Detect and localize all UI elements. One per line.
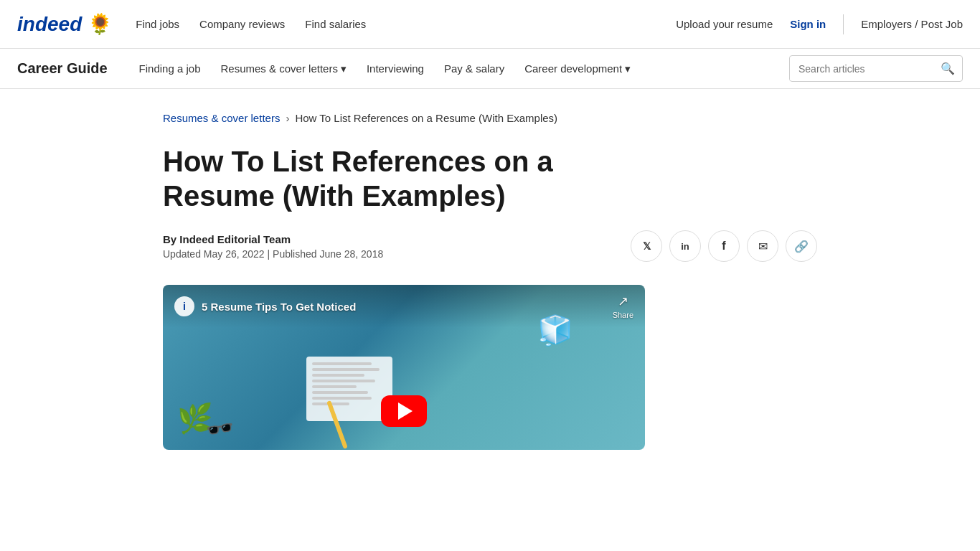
employers-link[interactable]: Employers / Post Job	[861, 18, 963, 30]
date-separator: |	[268, 248, 273, 260]
logo-text: indeed	[17, 13, 82, 36]
video-overlay	[163, 285, 645, 450]
share-facebook-button[interactable]: f	[708, 230, 740, 262]
breadcrumb: Resumes & cover letters › How To List Re…	[163, 112, 817, 124]
article-meta: By Indeed Editorial Team Updated May 26,…	[163, 230, 817, 262]
play-triangle-icon	[398, 402, 413, 420]
top-nav-links: Find jobs Company reviews Find salaries	[136, 18, 676, 30]
nav-pay-salary[interactable]: Pay & salary	[435, 49, 513, 89]
top-navigation: indeed 🌻 Find jobs Company reviews Find …	[0, 0, 980, 49]
article-author: By Indeed Editorial Team	[163, 233, 631, 245]
breadcrumb-current: How To List References on a Resume (With…	[295, 112, 557, 124]
breadcrumb-parent-link[interactable]: Resumes & cover letters	[163, 112, 280, 124]
nav-resumes-cover-letters[interactable]: Resumes & cover letters ▾	[212, 49, 355, 89]
share-buttons: 𝕏 in f ✉ 🔗	[631, 230, 817, 262]
article-title: How To List References on a Resume (With…	[163, 144, 665, 213]
article-updated: Updated May 26, 2022	[163, 248, 265, 260]
nav-company-reviews[interactable]: Company reviews	[199, 18, 285, 30]
dropdown-arrow-icon-2: ▾	[625, 62, 631, 75]
linkedin-icon: in	[681, 241, 689, 252]
copy-link-button[interactable]: 🔗	[786, 230, 817, 262]
link-icon: 🔗	[794, 240, 809, 253]
secondary-nav-links: Finding a job Resumes & cover letters ▾ …	[131, 49, 789, 89]
sign-in-button[interactable]: Sign in	[790, 18, 826, 30]
nav-finding-job[interactable]: Finding a job	[131, 49, 209, 89]
nav-find-salaries[interactable]: Find salaries	[305, 18, 366, 30]
search-input[interactable]	[790, 57, 933, 80]
article-published: Published June 28, 2018	[273, 248, 383, 260]
search-icon: 🔍	[941, 62, 955, 75]
search-area: 🔍	[789, 55, 963, 82]
indeed-logo[interactable]: indeed 🌻	[17, 12, 113, 36]
logo-flower: 🌻	[88, 12, 113, 36]
dropdown-arrow-icon: ▾	[341, 62, 347, 75]
share-email-button[interactable]: ✉	[747, 230, 778, 262]
nav-divider	[843, 14, 844, 34]
share-linkedin-button[interactable]: in	[669, 230, 701, 262]
nav-find-jobs[interactable]: Find jobs	[136, 18, 179, 30]
main-content: Resumes & cover letters › How To List Re…	[146, 89, 834, 450]
search-button[interactable]: 🔍	[933, 56, 962, 81]
video-play-button[interactable]	[381, 395, 427, 427]
breadcrumb-separator: ›	[286, 112, 289, 124]
career-guide-title: Career Guide	[17, 60, 108, 77]
meta-text-area: By Indeed Editorial Team Updated May 26,…	[163, 233, 631, 260]
nav-career-development[interactable]: Career development ▾	[516, 49, 639, 89]
upload-resume-link[interactable]: Upload your resume	[676, 18, 773, 30]
secondary-navigation: Career Guide Finding a job Resumes & cov…	[0, 49, 980, 89]
email-icon: ✉	[758, 240, 768, 253]
twitter-icon: 𝕏	[643, 240, 651, 252]
share-twitter-button[interactable]: 𝕏	[631, 230, 662, 262]
nav-interviewing[interactable]: Interviewing	[358, 49, 433, 89]
top-nav-right: Upload your resume Sign in Employers / P…	[676, 14, 963, 34]
video-thumbnail[interactable]: 🌿 🕶️ 🧊 i 5 Resume Tips To Get Noticed ↗ …	[163, 285, 645, 450]
facebook-icon: f	[722, 240, 725, 253]
article-dates: Updated May 26, 2022 | Published June 28…	[163, 248, 631, 260]
